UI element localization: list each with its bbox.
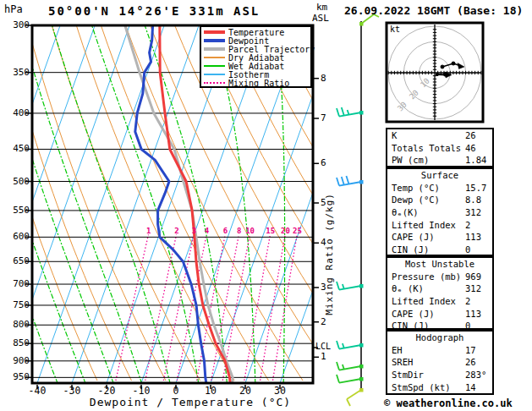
stat-value: 2 [465, 219, 470, 232]
stat-value: 17 [465, 344, 476, 357]
mixing-ratio-value-label: 1 [140, 227, 158, 235]
wind-barb [347, 388, 364, 406]
legend-row: Mixing Ratio [201, 79, 310, 87]
wind-barb [337, 341, 364, 349]
stat-label: StmSpd (kt) [392, 382, 451, 392]
legend-line-sample [204, 82, 225, 84]
temperature-tick-label: 20 [230, 385, 261, 397]
km-tick-label: 8 [321, 73, 326, 84]
legend-line-sample [204, 39, 225, 42]
legend-line-sample [204, 47, 225, 51]
mixing-ratio-value-label: 4 [197, 227, 216, 235]
most-unstable-panel: Most UnstablePressure (mb)969θₑ (K)312Li… [386, 256, 494, 330]
stat-label: Dewp (°C) [392, 195, 440, 205]
stat-row: PW (cm)1.84 [387, 154, 492, 167]
km-tick-label: 7 [321, 112, 326, 123]
indices-panel: K26Totals Totals46PW (cm)1.84 [386, 128, 494, 167]
skewt-sounding-page: hPa 50°00'N 14°26'E 331m ASL km ASL 26.0… [0, 0, 532, 411]
stat-label: CAPE (J) [392, 232, 435, 242]
pressure-tick-label: 950 [3, 371, 30, 382]
pressure-tick-label: 850 [3, 337, 30, 348]
km-tick-label: 2 [321, 316, 326, 327]
temperature-tick-label: -40 [22, 385, 52, 397]
stat-label: Lifted Index [392, 296, 456, 306]
stat-row: θₑ (K)312 [387, 282, 492, 295]
stat-label: PW (cm) [392, 155, 429, 165]
run-date: 26.09.2022 18GMT (Base: 18) [344, 4, 523, 17]
legend-line-sample [204, 74, 225, 75]
pressure-tick-label: 800 [3, 319, 30, 330]
stat-row: Pressure (mb)969 [387, 271, 492, 283]
pressure-tick-label: 300 [3, 19, 30, 30]
stat-value: 26 [465, 356, 476, 369]
legend-row: Wet Adiabat [201, 62, 310, 70]
pressure-tick-label: 700 [3, 278, 30, 289]
stat-row: θₑ(K)312 [387, 206, 492, 219]
legend-row: Isotherm [201, 70, 310, 79]
legend-row: Dry Adiabat [201, 53, 310, 62]
pressure-tick-label: 350 [3, 67, 30, 78]
stat-value: 0 [465, 244, 470, 256]
wind-barb [337, 362, 364, 370]
pressure-tick-label: 650 [3, 255, 30, 266]
stat-label: CIN (J) [392, 244, 429, 255]
wind-barb [337, 282, 364, 290]
stat-row: SREH26 [387, 356, 492, 369]
pressure-tick-label: 500 [3, 176, 30, 187]
temperature-axis-label: Dewpoint / Temperature (°C) [80, 396, 300, 408]
stat-value: 312 [465, 206, 481, 219]
stat-value: 969 [465, 271, 481, 283]
copyright: © weatheronline.co.uk [384, 397, 513, 409]
hodograph-unit-label: kt [390, 25, 400, 34]
wind-barb [337, 107, 364, 117]
mixing-ratio-axis-label: Mixing Ratio (g/kg) [324, 193, 335, 315]
surface-panel: SurfaceTemp (°C)15.7Dewp (°C)8.8θₑ(K)312… [386, 167, 494, 256]
stat-value: 1.84 [465, 154, 486, 167]
stat-row: CIN (J)0 [387, 244, 492, 256]
stat-row: StmSpd (kt)14 [387, 381, 492, 394]
stat-label: Lifted Index [392, 220, 456, 230]
stat-row: StmDir283° [387, 369, 492, 381]
stat-label: Temp (°C) [392, 183, 440, 193]
pressure-tick-label: 450 [3, 143, 30, 154]
stat-value: 312 [465, 282, 481, 295]
pressure-tick-label: 900 [3, 355, 30, 366]
stat-value: 26 [465, 129, 476, 142]
panel-header: Most Unstable [387, 258, 492, 271]
pressure-tick-label: 400 [3, 107, 30, 118]
legend-row: Parcel Trajectory [201, 45, 310, 53]
km-tick-label: 1 [321, 351, 326, 362]
legend-line-sample [204, 30, 225, 34]
legend-line-sample [204, 57, 225, 58]
stat-label: CAPE (J) [392, 309, 435, 319]
stat-label: StmDir [392, 370, 424, 380]
panel-header: Hodograph [387, 332, 492, 344]
stat-row: CAPE (J)113 [387, 308, 492, 321]
stat-row: Temp (°C)15.7 [387, 182, 492, 195]
stat-label: Pressure (mb) [392, 271, 461, 282]
mixing-ratio-value-label: 2 [167, 227, 186, 235]
stat-label: θₑ(K) [392, 207, 419, 217]
temperature-tick-label: -20 [91, 385, 122, 397]
hodograph-stats-panel: HodographEH17SREH26StmDir283°StmSpd (kt)… [386, 330, 494, 395]
stat-value: 46 [465, 142, 476, 155]
wind-barb [337, 176, 364, 186]
stat-row: Dewp (°C)8.8 [387, 194, 492, 206]
stat-row: EH17 [387, 344, 492, 357]
lcl-label: LCL [315, 342, 331, 351]
wind-barb [337, 375, 364, 383]
temperature-tick-label: -30 [57, 385, 87, 397]
pressure-tick-label: 750 [3, 299, 30, 310]
pressure-tick-label: 600 [3, 231, 30, 242]
stat-row: Totals Totals46 [387, 142, 492, 155]
stat-value: 113 [465, 308, 481, 321]
stat-row: Lifted Index2 [387, 219, 492, 232]
stat-value: 283° [465, 369, 486, 381]
height-axis-unit: km [316, 2, 327, 13]
stat-row: K26 [387, 129, 492, 142]
stat-value: 2 [465, 295, 470, 308]
stat-value: 15.7 [465, 182, 486, 195]
mixing-ratio-value-label: 25 [288, 227, 306, 235]
stat-label: Totals Totals [392, 143, 461, 153]
legend-row: Dewpoint [201, 36, 310, 45]
